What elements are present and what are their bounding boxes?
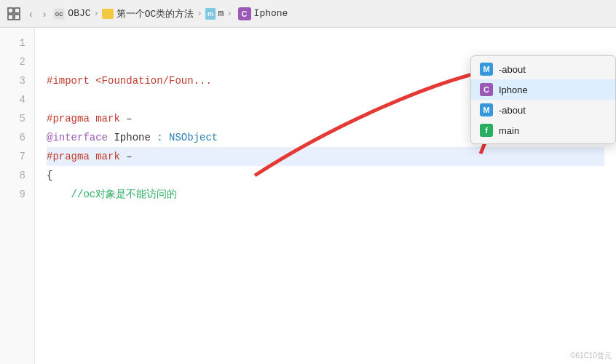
line-num-5: 5 <box>0 109 25 128</box>
toolbar: ‹ › OC OBJC › 第一个OC类的方法 › m m › C Ipho <box>0 0 616 28</box>
watermark: ©61C10普元 <box>570 351 612 361</box>
breadcrumb-iphone-label: Iphone <box>254 8 288 19</box>
line-num-1: 1 <box>0 33 25 52</box>
dropdown-item-about1[interactable]: M -about <box>471 59 615 79</box>
dropdown-item-about2[interactable]: M -about <box>471 100 615 120</box>
code-line-7: #pragma mark – <box>47 147 604 166</box>
svg-rect-0 <box>8 8 13 13</box>
breadcrumb-objc: OBJC <box>68 8 90 19</box>
line-num-7: 7 <box>0 147 25 166</box>
dropdown-label-about2: -about <box>499 105 526 116</box>
line-num-6: 6 <box>0 128 25 147</box>
breadcrumb-sep1: › <box>94 9 99 19</box>
iphone-badge-c: C <box>238 7 251 20</box>
folder-icon <box>102 9 114 19</box>
badge-m-1: M <box>480 63 493 76</box>
svg-rect-1 <box>15 8 20 13</box>
breadcrumb-iphone[interactable]: C Iphone <box>238 7 288 20</box>
badge-c-1: C <box>480 83 493 96</box>
breadcrumb-sep3: › <box>226 9 232 19</box>
breadcrumb-sep2: › <box>197 9 202 19</box>
back-button[interactable]: ‹ <box>26 7 36 21</box>
objc-icon: OC <box>53 8 65 20</box>
dropdown-item-iphone[interactable]: C Iphone <box>471 79 615 100</box>
badge-m-2: M <box>480 103 493 116</box>
file-icon: m <box>205 8 216 20</box>
line-num-4: 4 <box>0 90 25 109</box>
symbol-dropdown[interactable]: M -about C Iphone M -about f main <box>470 55 616 144</box>
dropdown-item-main[interactable]: f main <box>471 120 615 141</box>
line-numbers: 1 2 3 4 5 6 7 8 9 <box>0 28 35 364</box>
badge-f-1: f <box>480 124 493 137</box>
dropdown-label-iphone: Iphone <box>499 84 528 95</box>
code-line-9: //oc对象是不能访问的 <box>47 185 604 204</box>
editor: 1 2 3 4 5 6 7 8 9 #import <Foundation/Fo… <box>0 28 616 364</box>
grid-icon <box>6 6 22 22</box>
svg-rect-2 <box>8 15 13 20</box>
code-line-1 <box>47 33 604 52</box>
dropdown-label-main: main <box>499 125 519 136</box>
forward-button[interactable]: › <box>40 7 50 21</box>
code-line-8: { <box>47 166 604 185</box>
svg-text:OC: OC <box>55 12 63 17</box>
line-num-3: 3 <box>0 71 25 90</box>
line-num-2: 2 <box>0 52 25 71</box>
dropdown-label-about1: -about <box>499 64 526 75</box>
breadcrumb: OC OBJC › 第一个OC类的方法 › m m › C Iphone <box>53 7 610 20</box>
breadcrumb-folder: 第一个OC类的方法 <box>117 7 194 20</box>
svg-rect-3 <box>15 15 20 20</box>
svg-text:m: m <box>208 10 213 17</box>
breadcrumb-file: m <box>218 8 224 19</box>
line-num-8: 8 <box>0 166 25 185</box>
line-num-9: 9 <box>0 185 25 204</box>
